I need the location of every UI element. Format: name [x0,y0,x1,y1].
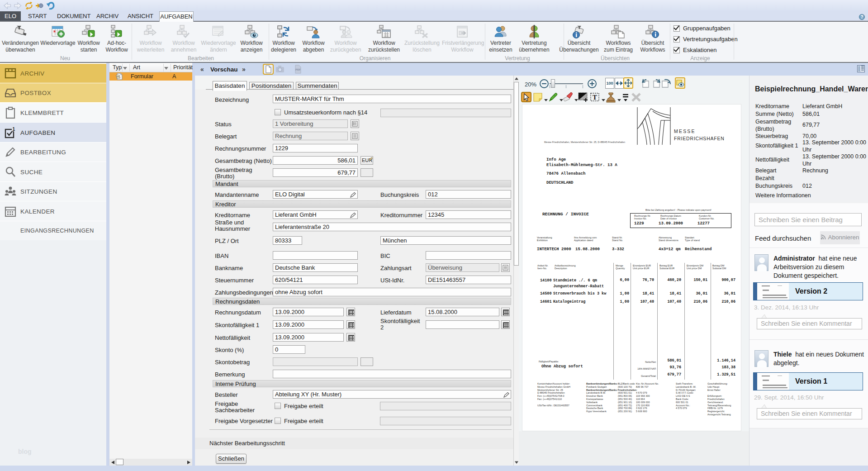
svg-text:1: 1 [13,127,15,132]
svg-text:PDF: PDF [295,68,301,71]
svg-text:T: T [593,94,597,101]
